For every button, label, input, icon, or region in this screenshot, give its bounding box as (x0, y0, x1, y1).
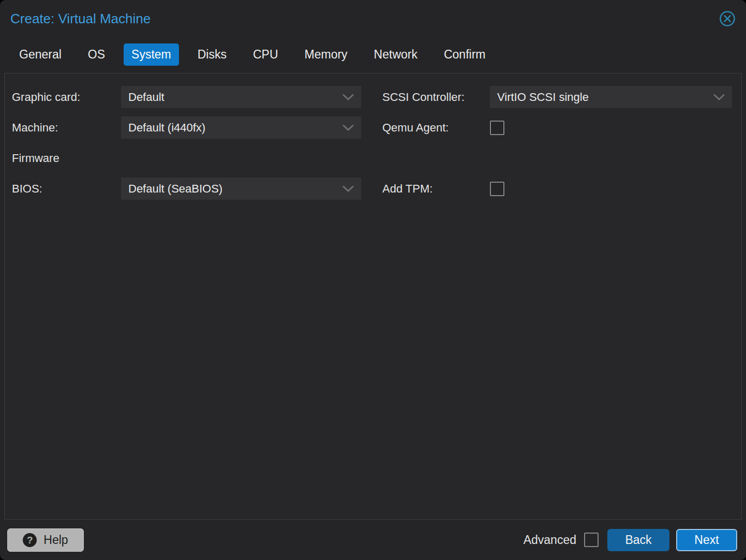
add-tpm-label: Add TPM: (382, 182, 490, 196)
close-icon (718, 9, 737, 28)
tab-disks[interactable]: Disks (190, 43, 234, 66)
tab-cpu[interactable]: CPU (245, 43, 286, 66)
chevron-down-icon (342, 124, 354, 131)
machine-label: Machine: (12, 121, 121, 135)
tab-strip: General OS System Disks CPU Memory Netwo… (0, 43, 746, 73)
qemu-agent-label: Qemu Agent: (382, 121, 490, 135)
dialog-title: Create: Virtual Machine (10, 8, 151, 29)
close-button[interactable] (718, 9, 737, 28)
scsi-controller-value: VirtIO SCSI single (497, 91, 589, 104)
qemu-agent-checkbox[interactable] (490, 121, 504, 135)
tab-system[interactable]: System (124, 43, 179, 66)
form-column-left: Graphic card: Default Machine: Default (… (12, 86, 361, 208)
chevron-down-icon (713, 94, 725, 100)
scsi-controller-label: SCSI Controller: (382, 91, 490, 104)
bios-row: BIOS: Default (SeaBIOS) (12, 178, 361, 200)
graphic-card-value: Default (128, 91, 165, 104)
tab-confirm[interactable]: Confirm (436, 43, 494, 66)
machine-row: Machine: Default (i440fx) (12, 116, 361, 139)
tab-network[interactable]: Network (366, 43, 425, 66)
help-button-label: Help (43, 533, 68, 547)
tab-os[interactable]: OS (80, 43, 113, 66)
spacer-row (382, 147, 732, 169)
graphic-card-select[interactable]: Default (121, 86, 361, 108)
help-question-icon: ? (23, 533, 37, 547)
tab-general[interactable]: General (11, 43, 69, 66)
scsi-controller-select[interactable]: VirtIO SCSI single (490, 86, 732, 108)
bios-select[interactable]: Default (SeaBIOS) (121, 178, 361, 200)
firmware-section-row: Firmware (12, 147, 361, 169)
chevron-down-icon (342, 94, 354, 100)
add-tpm-checkbox[interactable] (490, 182, 504, 196)
advanced-label: Advanced (524, 533, 576, 547)
form-column-right: SCSI Controller: VirtIO SCSI single Qemu… (382, 86, 732, 208)
machine-select[interactable]: Default (i440fx) (121, 116, 361, 139)
graphic-card-label: Graphic card: (12, 91, 121, 104)
scsi-controller-row: SCSI Controller: VirtIO SCSI single (382, 86, 732, 108)
create-vm-dialog: Create: Virtual Machine General OS Syste… (0, 0, 746, 560)
titlebar: Create: Virtual Machine (0, 0, 746, 29)
chevron-down-icon (342, 185, 354, 192)
footer-bar: ? Help Advanced Back Next (0, 520, 746, 560)
system-form-panel: Graphic card: Default Machine: Default (… (4, 73, 742, 520)
advanced-checkbox[interactable] (584, 533, 599, 547)
add-tpm-row: Add TPM: (382, 178, 732, 200)
machine-value: Default (i440fx) (128, 121, 205, 135)
bios-value: Default (SeaBIOS) (128, 182, 222, 196)
next-button[interactable]: Next (676, 529, 737, 551)
qemu-agent-row: Qemu Agent: (382, 116, 732, 139)
back-button[interactable]: Back (607, 529, 669, 551)
firmware-section-label: Firmware (12, 152, 121, 165)
tab-memory[interactable]: Memory (297, 43, 355, 66)
graphic-card-row: Graphic card: Default (12, 86, 361, 108)
help-button[interactable]: ? Help (7, 528, 84, 552)
bios-label: BIOS: (12, 182, 121, 196)
